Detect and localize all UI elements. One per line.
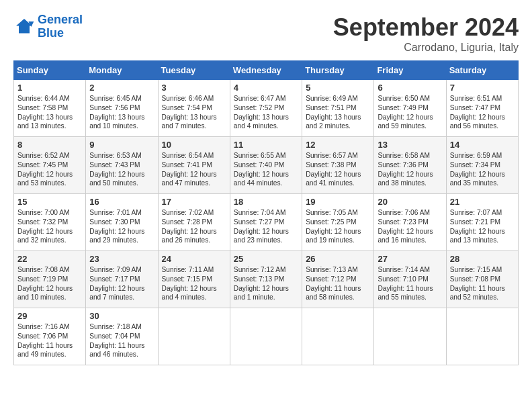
table-row: 12Sunrise: 6:57 AMSunset: 7:38 PMDayligh…: [302, 137, 374, 194]
logo-line2: Blue: [38, 26, 64, 40]
logo: General Blue: [13, 13, 83, 40]
table-row: 17Sunrise: 7:02 AMSunset: 7:28 PMDayligh…: [158, 194, 230, 251]
table-row: 10Sunrise: 6:54 AMSunset: 7:41 PMDayligh…: [158, 137, 230, 194]
table-row: [374, 308, 446, 365]
table-row: 4Sunrise: 6:47 AMSunset: 7:52 PMDaylight…: [230, 80, 302, 137]
table-row: 7Sunrise: 6:51 AMSunset: 7:47 PMDaylight…: [446, 80, 518, 137]
logo-text: General Blue: [38, 13, 83, 40]
table-row: [158, 308, 230, 365]
svg-marker-0: [16, 19, 32, 34]
title-block: September 2024 Carrodano, Liguria, Italy: [333, 13, 519, 54]
calendar-table: Sunday Monday Tuesday Wednesday Thursday…: [13, 60, 519, 365]
col-tuesday: Tuesday: [158, 61, 230, 80]
table-row: 5Sunrise: 6:49 AMSunset: 7:51 PMDaylight…: [302, 80, 374, 137]
table-row: 2Sunrise: 6:45 AMSunset: 7:56 PMDaylight…: [86, 80, 158, 137]
logo-icon: [13, 16, 35, 38]
col-wednesday: Wednesday: [230, 61, 302, 80]
col-saturday: Saturday: [446, 61, 518, 80]
table-row: 9Sunrise: 6:53 AMSunset: 7:43 PMDaylight…: [86, 137, 158, 194]
table-row: 30Sunrise: 7:18 AMSunset: 7:04 PMDayligh…: [86, 308, 158, 365]
table-row: 15Sunrise: 7:00 AMSunset: 7:32 PMDayligh…: [14, 194, 86, 251]
col-sunday: Sunday: [14, 61, 86, 80]
table-row: 14Sunrise: 6:59 AMSunset: 7:34 PMDayligh…: [446, 137, 518, 194]
table-row: 22Sunrise: 7:08 AMSunset: 7:19 PMDayligh…: [14, 251, 86, 308]
table-row: 19Sunrise: 7:05 AMSunset: 7:25 PMDayligh…: [302, 194, 374, 251]
col-friday: Friday: [374, 61, 446, 80]
location-title: Carrodano, Liguria, Italy: [333, 42, 519, 54]
calendar-header-row: Sunday Monday Tuesday Wednesday Thursday…: [14, 61, 519, 80]
table-row: 23Sunrise: 7:09 AMSunset: 7:17 PMDayligh…: [86, 251, 158, 308]
table-row: 3Sunrise: 6:46 AMSunset: 7:54 PMDaylight…: [158, 80, 230, 137]
col-thursday: Thursday: [302, 61, 374, 80]
table-row: 16Sunrise: 7:01 AMSunset: 7:30 PMDayligh…: [86, 194, 158, 251]
table-row: 13Sunrise: 6:58 AMSunset: 7:36 PMDayligh…: [374, 137, 446, 194]
table-row: 1Sunrise: 6:44 AMSunset: 7:58 PMDaylight…: [14, 80, 86, 137]
table-row: 26Sunrise: 7:13 AMSunset: 7:12 PMDayligh…: [302, 251, 374, 308]
table-row: [230, 308, 302, 365]
table-row: 21Sunrise: 7:07 AMSunset: 7:21 PMDayligh…: [446, 194, 518, 251]
table-row: 29Sunrise: 7:16 AMSunset: 7:06 PMDayligh…: [14, 308, 86, 365]
month-title: September 2024: [333, 13, 519, 42]
table-row: 18Sunrise: 7:04 AMSunset: 7:27 PMDayligh…: [230, 194, 302, 251]
table-row: 20Sunrise: 7:06 AMSunset: 7:23 PMDayligh…: [374, 194, 446, 251]
table-row: 24Sunrise: 7:11 AMSunset: 7:15 PMDayligh…: [158, 251, 230, 308]
logo-line1: General: [38, 13, 83, 26]
table-row: 25Sunrise: 7:12 AMSunset: 7:13 PMDayligh…: [230, 251, 302, 308]
table-row: 6Sunrise: 6:50 AMSunset: 7:49 PMDaylight…: [374, 80, 446, 137]
col-monday: Monday: [86, 61, 158, 80]
table-row: [302, 308, 374, 365]
table-row: 11Sunrise: 6:55 AMSunset: 7:40 PMDayligh…: [230, 137, 302, 194]
table-row: 8Sunrise: 6:52 AMSunset: 7:45 PMDaylight…: [14, 137, 86, 194]
table-row: [446, 308, 518, 365]
table-row: 28Sunrise: 7:15 AMSunset: 7:08 PMDayligh…: [446, 251, 518, 308]
table-row: 27Sunrise: 7:14 AMSunset: 7:10 PMDayligh…: [374, 251, 446, 308]
page-header: General Blue September 2024 Carrodano, L…: [13, 13, 519, 54]
